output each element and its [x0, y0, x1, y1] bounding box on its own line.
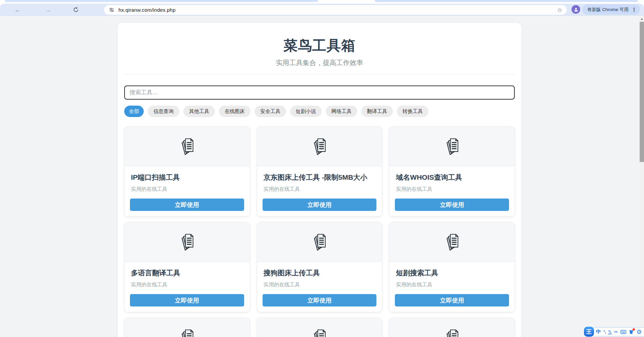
document-stack-icon — [177, 232, 197, 252]
filter-chip-0[interactable]: 全部 — [124, 106, 144, 117]
document-stack-icon — [442, 327, 462, 337]
ime-handwriting-icon[interactable]: ✎ — [608, 329, 612, 334]
bookmark-star-icon[interactable]: ☆ — [557, 6, 562, 14]
tool-card: 短剧搜索工具 实用的在线工具 立即使用 — [389, 222, 515, 312]
back-button[interactable]: ← — [13, 4, 23, 16]
ime-logo-icon[interactable]: 王 — [584, 327, 594, 337]
document-stack-icon — [177, 136, 197, 157]
document-stack-icon — [177, 327, 197, 337]
filter-chips-row: 全部信息查询其他工具在线图床安全工具短剧小说网络工具翻译工具转换工具 — [124, 106, 515, 117]
card-description: 实用的在线工具 — [395, 281, 509, 288]
site-info-icon[interactable] — [109, 7, 114, 13]
header-divider — [124, 74, 515, 74]
filter-chip-5[interactable]: 短剧小说 — [290, 106, 322, 117]
card-description: 实用的在线工具 — [263, 281, 377, 288]
url-text[interactable]: hx.qiranw.com/index.php — [119, 7, 176, 13]
tool-card-partial — [389, 318, 515, 337]
card-icon-area — [389, 222, 514, 262]
card-description: 实用的在线工具 — [395, 186, 509, 193]
use-now-button[interactable]: 立即使用 — [395, 199, 509, 211]
card-body: 搜狗图床上传工具 实用的在线工具 立即使用 — [257, 262, 382, 312]
pen-underline — [608, 334, 612, 334]
scrollbar-thumb[interactable] — [640, 22, 644, 162]
person-icon — [573, 7, 579, 12]
page-subtitle: 实用工具集合，提高工作效率 — [124, 58, 515, 67]
card-body: 域名WHOIS查询工具 实用的在线工具 立即使用 — [389, 166, 514, 216]
card-title: IP端口扫描工具 — [130, 173, 244, 182]
tool-card-partial — [257, 318, 382, 337]
card-icon-area — [389, 318, 514, 337]
forward-button[interactable]: → — [43, 4, 53, 16]
use-now-button[interactable]: 立即使用 — [263, 199, 377, 211]
card-body: 短剧搜索工具 实用的在线工具 立即使用 — [389, 262, 514, 312]
use-now-button[interactable]: 立即使用 — [130, 199, 244, 211]
card-title: 多语言翻译工具 — [130, 268, 244, 278]
ime-toolbar: 王 中 °, ✎ ✂ — [588, 327, 644, 336]
card-body: IP端口扫描工具 实用的在线工具 立即使用 — [125, 166, 249, 216]
card-icon-area — [257, 127, 382, 166]
browser-toolbar: ← → hx.qiranw.com/index.php ☆ — [0, 4, 644, 16]
tool-card: 京东图床上传工具 -限制5MB大小 实用的在线工具 立即使用 — [257, 126, 382, 217]
profile-avatar[interactable] — [571, 5, 580, 14]
filter-chip-1[interactable]: 信息查询 — [148, 106, 179, 117]
card-icon-area — [257, 318, 382, 337]
chrome-update-button[interactable]: 有新版 Chrome 可用 ⋮ — [582, 4, 640, 15]
ime-chinese-mode-icon[interactable]: 中 — [596, 329, 601, 335]
ime-keyboard-icon[interactable] — [620, 330, 626, 334]
filter-chip-7[interactable]: 翻译工具 — [361, 106, 393, 117]
use-now-button[interactable]: 立即使用 — [130, 294, 244, 306]
document-stack-icon — [442, 232, 462, 252]
filter-chip-3[interactable]: 在线图床 — [219, 106, 250, 117]
ime-punctuation-icon[interactable]: °, — [603, 329, 606, 334]
tool-card-partial — [124, 318, 250, 337]
card-icon-area — [389, 127, 514, 166]
reload-button[interactable] — [73, 6, 79, 13]
card-icon-area — [257, 222, 382, 262]
tool-card: IP端口扫描工具 实用的在线工具 立即使用 — [124, 126, 250, 217]
card-title: 搜狗图床上传工具 — [263, 268, 377, 278]
scrollbar[interactable]: ▲ — [640, 16, 644, 337]
chrome-update-label: 有新版 Chrome 可用 — [587, 7, 629, 13]
card-icon-area — [125, 222, 249, 262]
card-body: 京东图床上传工具 -限制5MB大小 实用的在线工具 立即使用 — [257, 166, 382, 216]
page-title: 菜鸟工具箱 — [124, 36, 515, 55]
tool-card: 域名WHOIS查询工具 实用的在线工具 立即使用 — [389, 126, 515, 217]
filter-chip-6[interactable]: 网络工具 — [326, 106, 357, 117]
document-stack-icon — [309, 136, 329, 157]
ime-settings-gear-icon[interactable]: ⚙ — [636, 328, 642, 336]
scrollbar-up-button[interactable]: ▲ — [640, 16, 644, 22]
card-icon-area — [125, 318, 249, 337]
card-title: 短剧搜索工具 — [395, 268, 509, 278]
card-title: 京东图床上传工具 -限制5MB大小 — [263, 173, 377, 182]
card-icon-area — [125, 127, 249, 166]
notification-dot — [633, 328, 635, 331]
document-stack-icon — [309, 232, 329, 252]
use-now-button[interactable]: 立即使用 — [263, 294, 377, 306]
filter-chip-2[interactable]: 其他工具 — [183, 106, 215, 117]
browser-window: ← → hx.qiranw.com/index.php ☆ — [0, 0, 644, 337]
card-description: 实用的在线工具 — [130, 186, 244, 193]
content-panel: 菜鸟工具箱 实用工具集合，提高工作效率 全部信息查询其他工具在线图床安全工具短剧… — [118, 23, 521, 337]
use-now-button[interactable]: 立即使用 — [395, 294, 509, 306]
document-stack-icon — [309, 327, 329, 337]
menu-dots-icon[interactable]: ⋮ — [632, 7, 637, 13]
card-description: 实用的在线工具 — [263, 186, 377, 193]
tool-card: 搜狗图床上传工具 实用的在线工具 立即使用 — [257, 222, 382, 312]
card-body: 多语言翻译工具 实用的在线工具 立即使用 — [125, 262, 249, 312]
card-description: 实用的在线工具 — [130, 281, 244, 288]
filter-chip-4[interactable]: 安全工具 — [255, 106, 286, 117]
active-tab[interactable] — [317, 0, 375, 2]
ime-screenshot-icon[interactable]: ✂ — [614, 329, 618, 335]
tool-card: 多语言翻译工具 实用的在线工具 立即使用 — [124, 222, 250, 312]
ime-skin-icon[interactable] — [629, 330, 634, 334]
page-viewport: 菜鸟工具箱 实用工具集合，提高工作效率 全部信息查询其他工具在线图床安全工具短剧… — [0, 16, 644, 337]
filter-chip-8[interactable]: 转换工具 — [397, 106, 428, 117]
browser-tab-strip — [0, 0, 644, 4]
search-input[interactable] — [124, 86, 515, 100]
card-title: 域名WHOIS查询工具 — [395, 173, 509, 182]
url-bar[interactable]: hx.qiranw.com/index.php ☆ — [104, 5, 567, 15]
tools-grid: IP端口扫描工具 实用的在线工具 立即使用 京东图床上传工具 -限制5MB大小 … — [124, 126, 515, 337]
document-stack-icon — [442, 136, 462, 157]
